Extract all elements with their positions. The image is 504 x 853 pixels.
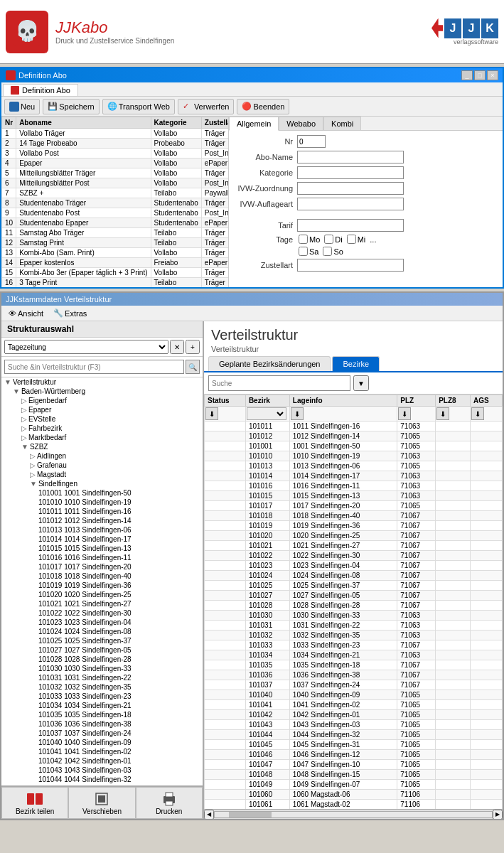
table-row[interactable]: 1010161016 Sindelfingen-1171063 xyxy=(205,481,503,491)
so-checkbox[interactable] xyxy=(323,247,332,256)
neu-button[interactable]: Neu xyxy=(4,99,40,114)
table-row[interactable]: 1010431043 Sindelfingen-0371065 xyxy=(205,720,503,730)
scroll-left-button[interactable]: ◀ xyxy=(204,810,214,820)
sa-checkbox[interactable] xyxy=(299,247,308,256)
bezirk-teilen-button[interactable]: Bezirk teilen xyxy=(1,787,68,819)
tree-toggle[interactable]: ▷ xyxy=(21,406,27,414)
table-row[interactable]: 1010221022 Sindelfingen-3071067 xyxy=(205,551,503,561)
table-row[interactable]: 1Vollabo TrägerVollaboTrägerJa xyxy=(2,129,230,139)
table-row[interactable]: 1010271027 Sindelfingen-0571067 xyxy=(205,591,503,601)
table-row[interactable]: 163 Tage PrintTeilaboTrägerJa xyxy=(2,278,230,288)
tab-geplante[interactable]: Geplante Bezirksänderungen xyxy=(208,356,331,371)
tree-toggle[interactable]: ▷ xyxy=(21,434,27,441)
table-row[interactable]: 1010101010 Sindelfingen-1971063 xyxy=(205,451,503,461)
filter-plz8-btn[interactable]: ⬇ xyxy=(436,407,449,420)
maximize-button[interactable]: □ xyxy=(474,70,486,80)
tab-webabo[interactable]: Webabo xyxy=(279,117,323,130)
tree-item[interactable]: ▷Marktbedarf xyxy=(1,433,203,442)
tree-item[interactable]: 101012 1012 Sindelfingen-14 xyxy=(1,516,203,525)
table-row[interactable]: 1010411041 Sindelfingen-0271065 xyxy=(205,700,503,710)
table-row[interactable]: 1010301030 Sindelfingen-3371063 xyxy=(205,611,503,621)
tree-item[interactable]: 101011 1011 Sindelfingen-16 xyxy=(1,507,203,516)
speichern-button[interactable]: 💾 Speichern xyxy=(43,99,100,114)
zustellart-input[interactable] xyxy=(297,259,404,272)
tab-kombi[interactable]: Kombi xyxy=(323,117,361,130)
verwerfen-button[interactable]: ✓ Verwerfen xyxy=(178,99,235,114)
table-row[interactable]: 1010351035 Sindelfingen-1871067 xyxy=(205,660,503,670)
table-row[interactable]: 1010121012 Sindelfingen-1471065 xyxy=(205,431,503,441)
table-row[interactable]: 1010321032 Sindelfingen-3571063 xyxy=(205,631,503,640)
table-row[interactable]: 1010231023 Sindelfingen-0471067 xyxy=(205,561,503,571)
scroll-right-button[interactable]: ▶ xyxy=(493,810,503,820)
tree-item[interactable]: 101036 1036 Sindelfingen-38 xyxy=(1,719,203,729)
filter-lageinfo-btn[interactable]: ⬇ xyxy=(291,407,304,420)
table-row[interactable]: 1010281028 Sindelfingen-2871067 xyxy=(205,601,503,611)
tree-item[interactable]: 101043 1043 Sindelfingen-03 xyxy=(1,766,203,775)
table-row[interactable]: 13Kombi-Abo (Sam. Print)VollaboTrägerJa xyxy=(2,248,230,258)
tree-item[interactable]: ▼Baden-Württemberg xyxy=(1,387,203,396)
tree-item[interactable]: 101018 1018 Sindelfingen-40 xyxy=(1,572,203,581)
tarif-input[interactable] xyxy=(297,219,404,232)
tree-toggle[interactable]: ▼ xyxy=(4,378,11,386)
tree-item[interactable]: 101037 1037 Sindelfingen-24 xyxy=(1,729,203,738)
table-row[interactable]: 1010421042 Sindelfingen-0171065 xyxy=(205,710,503,720)
tree-item[interactable]: 101031 1031 Sindelfingen-22 xyxy=(1,673,203,682)
close-button[interactable]: × xyxy=(487,70,498,80)
table-row[interactable]: 5Mitteilungsblätter TrägerVollaboTrägerJ… xyxy=(2,168,230,178)
data-search-input[interactable] xyxy=(208,375,350,391)
tree-item[interactable]: 101013 1013 Sindelfingen-06 xyxy=(1,525,203,535)
tree-item[interactable]: 101010 1010 Sindelfingen-19 xyxy=(1,498,203,507)
table-row[interactable]: 1010241024 Sindelfingen-0871067 xyxy=(205,571,503,581)
ivw-auflageart-input[interactable] xyxy=(297,198,404,210)
table-row[interactable]: 1010611061 Magstadt-0271106 xyxy=(205,800,503,810)
verschieben-button[interactable]: Verschieben xyxy=(68,787,135,819)
table-row[interactable]: 1010481048 Sindelfingen-1571065 xyxy=(205,770,503,780)
tree-item[interactable]: 101019 1019 Sindelfingen-36 xyxy=(1,581,203,590)
di-checkbox[interactable] xyxy=(324,235,333,244)
ansicht-menu[interactable]: 👁 Ansicht xyxy=(4,307,48,319)
tab-allgemein[interactable]: Allgemein xyxy=(229,117,279,131)
table-row[interactable]: 3Vollabo PostVollaboPost_InlandJa xyxy=(2,149,230,159)
table-row[interactable]: 1010341034 Sindelfingen-2171063 xyxy=(205,650,503,660)
tree-item[interactable]: 101030 1030 Sindelfingen-33 xyxy=(1,664,203,673)
tree-item[interactable]: ▷Aidlingen xyxy=(1,451,203,461)
table-row[interactable]: 10Studentenabo EpaperStudentenaboePaperJ… xyxy=(2,218,230,228)
kategorie-input[interactable] xyxy=(297,166,404,179)
table-row[interactable]: 1010461046 Sindelfingen-1271065 xyxy=(205,750,503,760)
aboname-input[interactable] xyxy=(297,151,404,163)
table-row[interactable]: 6Mitteilungsblätter PostVollaboPost_Inla… xyxy=(2,178,230,188)
tree-item[interactable]: ▼Sindelfingen xyxy=(1,479,203,488)
tree-toggle[interactable]: ▷ xyxy=(30,471,36,478)
mi-checkbox[interactable] xyxy=(347,235,356,244)
tree-item[interactable]: 101001 1001 Sindelfingen-50 xyxy=(1,488,203,498)
tree-search-button[interactable]: 🔍 xyxy=(186,360,200,374)
table-row[interactable]: 12Samstag PrintTeilaboTrägerJa xyxy=(2,238,230,248)
tree-item[interactable]: ▼Verteilstruktur xyxy=(1,377,203,387)
table-row[interactable]: 1010171017 Sindelfingen-2071065 xyxy=(205,501,503,511)
table-row[interactable]: 1010491049 Sindelfingen-0771065 xyxy=(205,780,503,790)
tree-search-input[interactable] xyxy=(4,360,184,374)
tree-toggle[interactable]: ▼ xyxy=(30,480,37,488)
tree-item[interactable]: 101024 1024 Sindelfingen-08 xyxy=(1,627,203,636)
beenden-button[interactable]: 🔴 Beenden xyxy=(237,99,289,114)
tagezeitung-select[interactable]: Tagezeitung xyxy=(4,340,168,354)
transport-web-button[interactable]: 🌐 Transport Web xyxy=(102,99,175,114)
table-row[interactable]: 1010181018 Sindelfingen-4071067 xyxy=(205,511,503,521)
table-row[interactable]: 1010011001 Sindelfingen-5071065 xyxy=(205,441,503,451)
table-row[interactable]: 1010401040 Sindelfingen-0971065 xyxy=(205,690,503,700)
table-row[interactable]: 15Kombi-Abo 3er (Epaper täglich + 3 Prin… xyxy=(2,268,230,278)
tree-item[interactable]: 101022 1022 Sindelfingen-30 xyxy=(1,608,203,618)
tree-item[interactable]: ▷Fahrbezirk xyxy=(1,424,203,433)
tree-item[interactable]: ▷Eigenbedarf xyxy=(1,396,203,405)
tree-item[interactable]: 101017 1017 Sindelfingen-20 xyxy=(1,562,203,572)
tree-toggle[interactable]: ▼ xyxy=(13,387,20,395)
tree-item[interactable]: 101035 1035 Sindelfingen-18 xyxy=(1,710,203,719)
table-row[interactable]: 1010311031 Sindelfingen-2271063 xyxy=(205,621,503,631)
drucken-button[interactable]: Drucken xyxy=(136,787,203,819)
tree-toggle[interactable]: ▼ xyxy=(21,443,28,451)
tree-item[interactable]: 101015 1015 Sindelfingen-13 xyxy=(1,544,203,553)
table-row[interactable]: 1010361036 Sindelfingen-3871067 xyxy=(205,670,503,680)
tree-toggle[interactable]: ▷ xyxy=(30,452,36,460)
tree-item[interactable]: 101033 1033 Sindelfingen-23 xyxy=(1,692,203,701)
table-row[interactable]: 11Samstag Abo TrägerTeilaboTrägerJa xyxy=(2,228,230,238)
